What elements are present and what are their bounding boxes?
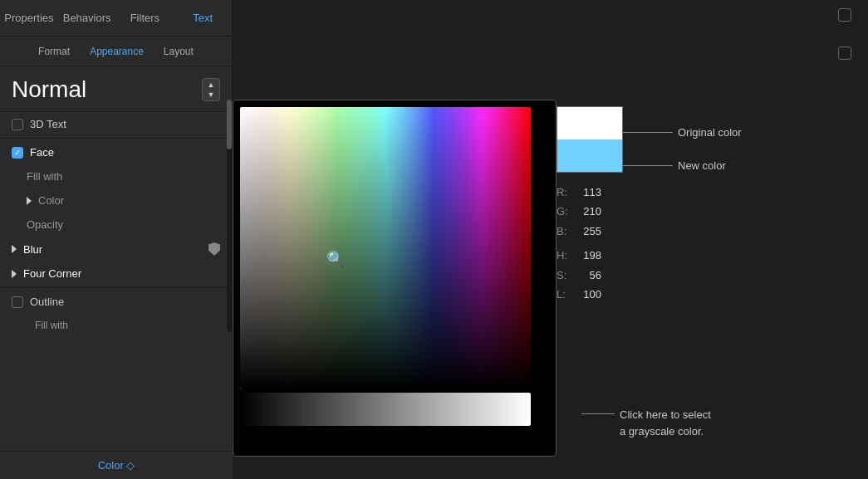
row-fill-with-outline: Fill with	[0, 314, 232, 337]
scrollbar-thumb	[227, 100, 232, 149]
annotation-new-color: New color	[623, 159, 726, 172]
r-label: R:	[557, 183, 570, 202]
far-check-1[interactable]	[838, 8, 851, 22]
s-label: S:	[557, 266, 570, 285]
checkbox-3d-text[interactable]	[12, 119, 23, 130]
subtab-layout[interactable]: Layout	[164, 46, 194, 57]
tab-text[interactable]: Text	[174, 0, 232, 36]
style-name: Normal	[12, 76, 86, 103]
spectrum-black	[240, 107, 531, 389]
label-outline: Outline	[30, 296, 64, 308]
annotation-line-grayscale	[581, 413, 615, 414]
row-outline: Outline	[0, 290, 232, 314]
b-value: 255	[575, 222, 601, 241]
expand-blur-icon	[12, 245, 17, 253]
expand-color-icon	[27, 197, 32, 205]
annotation-line-original	[623, 132, 673, 133]
sub-tabs: Format Appearance Layout	[0, 37, 232, 66]
shield-icon	[208, 242, 220, 256]
new-color-swatch	[557, 139, 622, 172]
tab-properties[interactable]: Properties	[0, 0, 58, 36]
label-blur: Blur	[23, 243, 42, 256]
annotation-original-color: Original color	[623, 126, 742, 139]
original-color-swatch	[557, 107, 622, 139]
checkbox-outline[interactable]	[12, 296, 23, 308]
b-label: B:	[557, 222, 570, 241]
label-fill-with: Fill with	[27, 170, 62, 183]
label-four-corner: Four Corner	[23, 267, 81, 280]
label-color: Color	[38, 194, 64, 207]
g-label: G:	[557, 202, 570, 221]
bottom-bar: Color ◇	[0, 451, 233, 479]
far-right-checks	[838, 8, 851, 60]
color-spectrum[interactable]: 🔍	[240, 107, 531, 389]
expand-four-corner-icon	[12, 270, 17, 278]
label-opacity: Opacity	[27, 218, 63, 231]
annotation-text-new: New color	[678, 159, 726, 172]
top-tabs: Properties Behaviors Filters Text	[0, 0, 232, 37]
h-label: H:	[557, 246, 570, 265]
scrollbar[interactable]	[227, 100, 232, 332]
s-value: 56	[575, 266, 601, 285]
l-value: 100	[575, 285, 601, 304]
row-color[interactable]: Color	[0, 188, 232, 213]
label-3d-text: 3D Text	[30, 118, 66, 130]
h-value: 198	[575, 246, 601, 265]
grayscale-bar[interactable]	[240, 393, 531, 426]
label-fill-with-2: Fill with	[35, 320, 68, 331]
color-values: R: 113 G: 210 B: 255 H: 198 S: 56 L: 100	[557, 183, 601, 304]
row-opacity: Opacity	[0, 213, 232, 237]
right-panel: R: 113 G: 210 B: 255 H: 198 S: 56 L: 100	[557, 100, 868, 457]
annotation-grayscale: Click here to selecta grayscale color.	[581, 407, 711, 439]
subtab-appearance[interactable]: Appearance	[90, 46, 144, 57]
left-panel: Properties Behaviors Filters Text Format…	[0, 0, 233, 479]
row-fill-with: Fill with	[0, 164, 232, 188]
row-3d-text: 3D Text	[0, 112, 232, 136]
g-value: 210	[575, 202, 601, 221]
annotation-text-original: Original color	[678, 126, 742, 139]
r-value: 113	[575, 183, 601, 202]
subtab-format[interactable]: Format	[38, 46, 70, 57]
row-blur: Blur	[0, 237, 232, 261]
style-heading: Normal ▲ ▼	[0, 66, 232, 112]
color-picker: 🔍	[233, 100, 557, 457]
far-check-2[interactable]	[838, 46, 851, 60]
label-face: Face	[30, 146, 54, 159]
color-preview-box	[557, 106, 623, 173]
tab-behaviors[interactable]: Behaviors	[58, 0, 116, 36]
row-four-corner: Four Corner	[0, 261, 232, 286]
row-face: Face	[0, 140, 232, 164]
annotation-text-grayscale: Click here to selecta grayscale color.	[620, 407, 711, 439]
bottom-bar-label[interactable]: Color ◇	[98, 459, 135, 472]
l-label: L:	[557, 285, 570, 304]
annotation-line-new	[623, 165, 673, 166]
tab-filters[interactable]: Filters	[116, 0, 174, 36]
style-stepper[interactable]: ▲ ▼	[202, 78, 220, 101]
checkbox-face[interactable]	[12, 147, 23, 159]
